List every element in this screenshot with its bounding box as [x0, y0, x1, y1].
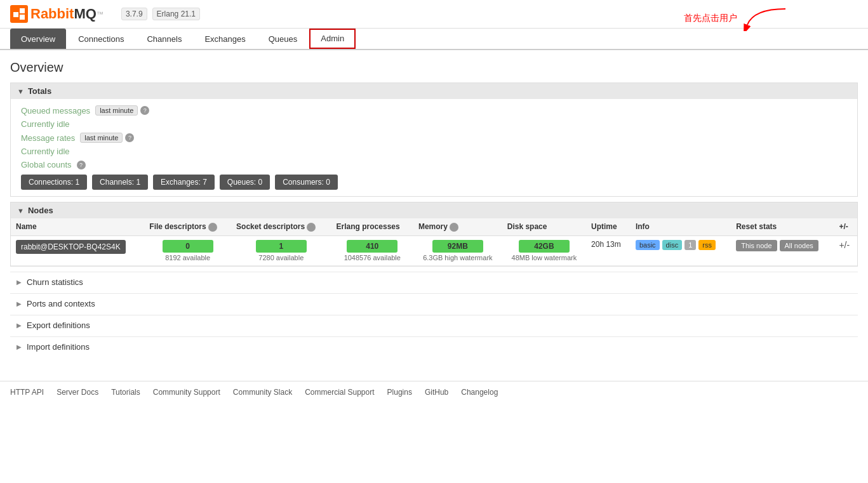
tab-connections[interactable]: Connections [67, 29, 135, 49]
collapsible-header-import[interactable]: ▶ Import definitions [10, 336, 858, 357]
count-btn-channels---[interactable]: Channels: 1 [92, 175, 148, 190]
col-erlang-proc: Erlang processes [331, 218, 413, 235]
count-btn-queues---[interactable]: Queues: 0 [220, 175, 270, 190]
annotation-arrow [741, 6, 792, 31]
col-plus-minus[interactable]: +/- [834, 218, 857, 235]
nodes-header[interactable]: ▼ Nodes [11, 202, 857, 218]
footer: HTTP APIServer DocsTutorialsCommunity Su… [0, 381, 868, 403]
count-btn-consumers---[interactable]: Consumers: 0 [275, 175, 338, 190]
col-info: Info [631, 218, 731, 235]
arrow-icon-ports: ▶ [17, 300, 22, 307]
footer-link-changelog[interactable]: Changelog [461, 388, 498, 397]
socket-desc-bar-cell: 17280 available [236, 240, 326, 261]
totals-content: Queued messages last minute ? Currently … [11, 99, 857, 196]
memory-watermark: 6.3GB high watermark [423, 254, 492, 261]
totals-toggle-icon: ▼ [17, 88, 24, 95]
reset-stats-cell: This node All nodes [731, 235, 834, 265]
section-import: ▶ Import definitions [10, 336, 858, 357]
col-disk: Disk space [502, 218, 586, 235]
footer-link-community-slack[interactable]: Community Slack [233, 388, 292, 397]
nodes-toggle-icon: ▼ [17, 207, 24, 215]
arrow-icon-import: ▶ [17, 343, 22, 350]
badge-rss[interactable]: rss [698, 240, 716, 250]
count-btn-connections---[interactable]: Connections: 1 [21, 175, 87, 190]
message-rates-help[interactable]: ? [125, 133, 134, 142]
totals-header[interactable]: ▼ Totals [11, 83, 857, 99]
tab-exchanges[interactable]: Exchanges [194, 29, 256, 49]
footer-link-community-support[interactable]: Community Support [153, 388, 220, 397]
arrow-icon-export: ▶ [17, 322, 22, 329]
erlang-proc-avail: 1048576 available [344, 254, 401, 261]
totals-label: Totals [28, 86, 51, 96]
nodes-content: Name File descriptors ? Socket descripto… [11, 218, 857, 266]
annotation-text: 首先点击用户 [684, 13, 737, 24]
col-socket-desc: Socket descriptors ? [231, 218, 331, 235]
section-title-churn: Churn statistics [27, 277, 83, 287]
collapsible-header-churn[interactable]: ▶ Churn statistics [10, 272, 858, 292]
plus-minus-cell[interactable]: +/- [834, 235, 857, 265]
tab-queues[interactable]: Queues [258, 29, 309, 49]
collapsible-header-ports[interactable]: ▶ Ports and contexts [10, 293, 858, 314]
nodes-label: Nodes [28, 206, 53, 215]
disk-value: 42GB [519, 240, 570, 253]
nav: Overview Connections Channels Exchanges … [0, 29, 868, 50]
footer-link-http-api[interactable]: HTTP API [10, 388, 44, 397]
totals-section: ▼ Totals Queued messages last minute ? C… [10, 83, 858, 197]
collapsible-header-export[interactable]: ▶ Export definitions [10, 315, 858, 335]
col-memory: Memory ? [413, 218, 502, 235]
badge-num[interactable]: 1 [684, 240, 696, 250]
this-node-button[interactable]: This node [736, 240, 777, 251]
main-content: Overview ▼ Totals Queued messages last m… [0, 50, 868, 368]
queued-messages-badge[interactable]: last minute [95, 105, 138, 116]
all-nodes-button[interactable]: All nodes [780, 240, 818, 251]
socket-desc-cell: 17280 available [231, 235, 331, 265]
footer-link-commercial-support[interactable]: Commercial Support [305, 388, 374, 397]
global-counts-help[interactable]: ? [77, 161, 86, 169]
annotation-area: 首先点击用户 [684, 6, 792, 31]
badge-disc[interactable]: disc [662, 240, 683, 250]
version-badge: 3.7.9 [121, 8, 147, 20]
erlang-proc-value: 410 [347, 240, 397, 253]
node-name: rabbit@DESKTOP-BQ42S4K [16, 240, 126, 254]
disk-space-cell: 42GB48MB low watermark [502, 235, 586, 265]
arrow-icon-churn: ▶ [17, 279, 22, 286]
svg-rect-1 [20, 8, 25, 13]
info-badges: basicdisc1rss [636, 240, 726, 250]
svg-rect-2 [20, 15, 25, 20]
count-btn-exchanges---[interactable]: Exchanges: 7 [153, 175, 215, 190]
tab-admin[interactable]: Admin [309, 29, 356, 49]
col-name: Name [11, 218, 144, 235]
currently-idle-2: Currently idle [21, 147, 847, 156]
memory-help[interactable]: ? [450, 223, 458, 232]
nav-container: 首先点击用户 Overview Connections Channels Exc… [0, 29, 868, 50]
nodes-table-header-row: Name File descriptors ? Socket descripto… [11, 218, 857, 235]
queued-messages-row: Queued messages last minute ? [21, 105, 847, 116]
page-title: Overview [10, 60, 858, 75]
col-reset-stats: Reset stats [731, 218, 834, 235]
file-desc-help[interactable]: ? [208, 223, 217, 232]
section-title-import: Import definitions [27, 342, 90, 352]
global-counts-buttons: Connections: 1Channels: 1Exchanges: 7Que… [21, 175, 847, 190]
disk-bar-cell: 42GB48MB low watermark [507, 240, 581, 261]
footer-link-server-docs[interactable]: Server Docs [57, 388, 98, 397]
footer-link-plugins[interactable]: Plugins [387, 388, 412, 397]
tab-overview[interactable]: Overview [10, 29, 66, 49]
queued-messages-help[interactable]: ? [140, 106, 149, 115]
table-row: rabbit@DESKTOP-BQ42S4K08192 available172… [11, 235, 857, 265]
nodes-table-body: rabbit@DESKTOP-BQ42S4K08192 available172… [11, 235, 857, 265]
file-desc-bar-cell: 08192 available [149, 240, 226, 261]
socket-desc-value: 1 [256, 240, 307, 253]
socket-desc-help[interactable]: ? [307, 223, 316, 232]
badge-basic[interactable]: basic [636, 240, 660, 250]
node-name-cell: rabbit@DESKTOP-BQ42S4K [11, 235, 144, 265]
logo-icon [10, 5, 28, 23]
footer-link-github[interactable]: GitHub [425, 388, 448, 397]
nodes-section: ▼ Nodes Name File descriptors ? Socket d… [10, 202, 858, 267]
tab-channels[interactable]: Channels [136, 29, 192, 49]
logo: RabbitMQ ™ [10, 5, 111, 23]
col-file-desc: File descriptors ? [144, 218, 231, 235]
queued-messages-label: Queued messages [21, 106, 90, 116]
message-rates-label: Message rates [21, 133, 75, 143]
message-rates-badge[interactable]: last minute [80, 133, 123, 143]
footer-link-tutorials[interactable]: Tutorials [111, 388, 140, 397]
